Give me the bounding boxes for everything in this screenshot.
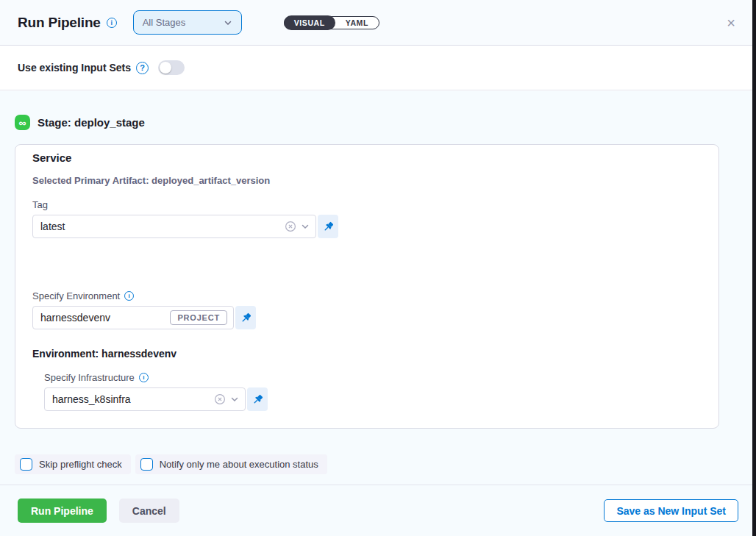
infra-label-row: Specify Infrastructure i [44, 372, 149, 383]
cd-stage-icon: ∞ [15, 115, 30, 130]
notify-only-me-label: Notify only me about execution status [160, 459, 318, 470]
environment-input[interactable] [33, 312, 170, 324]
skip-preflight-label: Skip preflight check [39, 459, 122, 470]
chevron-down-icon [224, 18, 232, 27]
stage-selector-dropdown[interactable]: All Stages [133, 10, 242, 35]
chevron-down-icon[interactable] [230, 395, 239, 404]
stage-title: Stage: deploy_stage [38, 116, 145, 129]
tag-label: Tag [32, 199, 48, 210]
skip-preflight-option[interactable]: Skip preflight check [15, 454, 131, 474]
modal-footer: Run Pipeline Cancel Save as New Input Se… [0, 485, 756, 536]
infra-info-icon[interactable]: i [139, 373, 149, 382]
execution-options-row: Skip preflight check Notify only me abou… [15, 454, 327, 474]
pin-button[interactable] [318, 215, 338, 238]
help-icon[interactable]: ? [136, 62, 149, 74]
visual-yaml-toggle: VISUAL YAML [284, 16, 379, 29]
infra-input-row [44, 387, 268, 411]
notify-only-me-option[interactable]: Notify only me about execution status [135, 454, 327, 474]
stage-selector-value: All Stages [143, 17, 186, 28]
page-title: Run Pipeline [18, 15, 101, 31]
tag-input-shell [32, 215, 316, 238]
tag-input-row [32, 215, 338, 238]
notify-only-me-checkbox[interactable] [140, 458, 153, 471]
clear-icon[interactable] [285, 221, 296, 232]
clear-icon[interactable] [214, 393, 226, 405]
close-icon[interactable]: × [727, 15, 738, 30]
env-input-row: PROJECT [32, 306, 256, 329]
pin-button[interactable] [235, 306, 256, 329]
infra-input-shell [44, 387, 246, 411]
run-pipeline-modal: Run Pipeline i All Stages VISUAL YAML × … [0, 0, 756, 536]
tag-input[interactable] [33, 221, 280, 232]
tab-visual[interactable]: VISUAL [284, 15, 335, 30]
env-label: Specify Environment [32, 290, 120, 301]
save-as-new-input-set-button[interactable]: Save as New Input Set [604, 499, 738, 522]
cancel-button[interactable]: Cancel [119, 499, 179, 523]
project-scope-badge: PROJECT [170, 310, 227, 325]
toggle-knob [160, 62, 171, 74]
tab-yaml[interactable]: YAML [335, 18, 379, 27]
infrastructure-input[interactable] [45, 393, 210, 405]
service-section-title: Service [32, 151, 71, 164]
input-sets-toggle[interactable] [158, 60, 185, 75]
page-background-edge [752, 0, 756, 536]
env-info-icon[interactable]: i [124, 291, 134, 301]
pipeline-inputs-body: ∞ Stage: deploy_stage Service Selected P… [0, 91, 756, 485]
modal-header: Run Pipeline i All Stages VISUAL YAML × [0, 0, 756, 46]
pin-button[interactable] [247, 387, 268, 411]
input-sets-row: Use existing Input Sets ? [0, 46, 756, 90]
pipeline-info-icon[interactable]: i [107, 18, 117, 28]
run-pipeline-button[interactable]: Run Pipeline [18, 499, 107, 523]
env-input-shell: PROJECT [32, 306, 234, 329]
stage-row: ∞ Stage: deploy_stage [15, 115, 145, 130]
skip-preflight-checkbox[interactable] [20, 458, 32, 471]
infra-label: Specify Infrastructure [44, 372, 135, 383]
environment-header: Environment: harnessdevenv [32, 348, 176, 360]
selected-artifact-text: Selected Primary Artifact: deployed_arti… [32, 175, 270, 186]
chevron-down-icon[interactable] [301, 222, 310, 231]
env-label-row: Specify Environment i [32, 290, 134, 301]
service-card: Service Selected Primary Artifact: deplo… [15, 144, 719, 429]
input-sets-label: Use existing Input Sets [18, 62, 131, 74]
